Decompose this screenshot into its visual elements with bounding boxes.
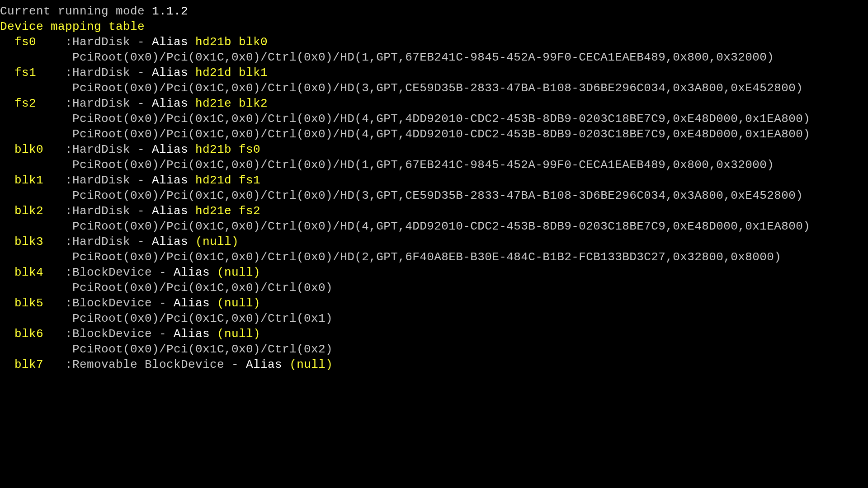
device-name: blk2 — [0, 204, 58, 218]
alias-value: hd21b fs0 — [195, 143, 260, 156]
device-kind: :HardDisk - — [58, 66, 152, 80]
alias-value: (null) — [195, 235, 239, 249]
alias-value: (null) — [289, 358, 333, 371]
alias-value: (null) — [217, 266, 260, 279]
alias-label: Alias — [152, 66, 195, 80]
device-path-dup: PciRoot(0x0)/Pci(0x1C,0x0)/Ctrl(0x0)/HD(… — [0, 112, 810, 126]
device-kind: :HardDisk - — [58, 235, 152, 249]
alias-label: Alias — [174, 266, 217, 279]
device-path: PciRoot(0x0)/Pci(0x1C,0x0)/Ctrl(0x0)/HD(… — [0, 250, 781, 264]
alias-value: (null) — [217, 327, 260, 341]
device-kind: :BlockDevice - — [58, 266, 174, 279]
efi-shell-terminal: Current running mode 1.1.2 Device mappin… — [0, 0, 868, 372]
alias-value: hd21e fs2 — [195, 204, 260, 218]
table-title: Device mapping table — [0, 20, 145, 33]
device-name: fs1 — [0, 66, 58, 80]
alias-label: Alias — [246, 358, 289, 371]
device-kind: :BlockDevice - — [58, 296, 174, 310]
device-name: blk5 — [0, 296, 58, 310]
device-kind: :HardDisk - — [58, 143, 152, 156]
alias-label: Alias — [152, 35, 195, 49]
device-name: blk6 — [0, 327, 58, 341]
device-kind: :HardDisk - — [58, 174, 152, 187]
device-path: PciRoot(0x0)/Pci(0x1C,0x0)/Ctrl(0x0)/HD(… — [0, 158, 774, 172]
alias-value: (null) — [217, 296, 260, 310]
device-name: blk3 — [0, 235, 58, 249]
device-path: PciRoot(0x0)/Pci(0x1C,0x0)/Ctrl(0x0)/HD(… — [0, 127, 810, 141]
alias-value: hd21b blk0 — [195, 35, 268, 49]
device-path: PciRoot(0x0)/Pci(0x1C,0x0)/Ctrl(0x0)/HD(… — [0, 51, 774, 64]
mode-label: Current running mode — [0, 5, 152, 18]
device-path: PciRoot(0x0)/Pci(0x1C,0x0)/Ctrl(0x1) — [0, 312, 333, 325]
alias-label: Alias — [174, 296, 217, 310]
device-path: PciRoot(0x0)/Pci(0x1C,0x0)/Ctrl(0x0) — [0, 281, 333, 295]
device-name: blk4 — [0, 266, 58, 279]
alias-label: Alias — [152, 97, 195, 110]
device-kind: :HardDisk - — [58, 204, 152, 218]
device-name: blk0 — [0, 143, 58, 156]
device-path: PciRoot(0x0)/Pci(0x1C,0x0)/Ctrl(0x0)/HD(… — [0, 220, 810, 233]
device-path: PciRoot(0x0)/Pci(0x1C,0x0)/Ctrl(0x0)/HD(… — [0, 189, 803, 202]
device-kind: :BlockDevice - — [58, 327, 174, 341]
device-name: fs2 — [0, 97, 58, 110]
alias-label: Alias — [152, 174, 195, 187]
device-name: blk1 — [0, 174, 58, 187]
device-name: fs0 — [0, 35, 58, 49]
alias-value: hd21d blk1 — [195, 66, 268, 80]
device-kind: :HardDisk - — [58, 35, 152, 49]
alias-label: Alias — [152, 235, 195, 249]
alias-label: Alias — [174, 327, 217, 341]
alias-value: hd21e blk2 — [195, 97, 268, 110]
device-path: PciRoot(0x0)/Pci(0x1C,0x0)/Ctrl(0x0)/HD(… — [0, 81, 803, 95]
device-kind: :Removable BlockDevice - — [58, 358, 246, 371]
device-name: blk7 — [0, 358, 58, 371]
alias-label: Alias — [152, 143, 195, 156]
device-path: PciRoot(0x0)/Pci(0x1C,0x0)/Ctrl(0x2) — [0, 343, 333, 356]
mode-version: 1.1.2 — [152, 5, 188, 18]
alias-value: hd21d fs1 — [195, 174, 260, 187]
alias-label: Alias — [152, 204, 195, 218]
device-kind: :HardDisk - — [58, 97, 152, 110]
